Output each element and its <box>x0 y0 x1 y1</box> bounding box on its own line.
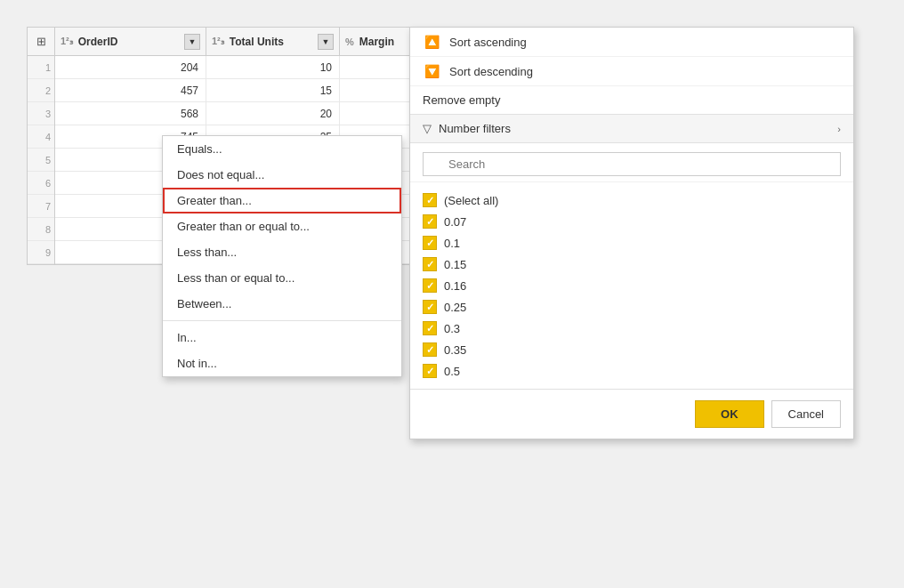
checkbox-01[interactable]: ✓ 0.1 <box>423 232 841 254</box>
col-header-units[interactable]: 1²₃ Total Units ▼ <box>206 28 340 55</box>
row-num-8: 8 <box>28 218 54 241</box>
sort-descending-label: Sort descending <box>449 65 533 78</box>
row-num-1: 1 <box>28 56 54 79</box>
grid-icon: ⊞ <box>28 28 54 56</box>
menu-item-lessequal[interactable]: Less than or equal to... <box>163 265 401 291</box>
sort-ascending-item[interactable]: 🔼 Sort ascending <box>410 28 853 57</box>
orderid-dropdown[interactable]: ▼ <box>184 34 200 50</box>
search-wrap: 🔍 <box>423 152 841 176</box>
cell-units-2: 15 <box>206 79 340 101</box>
checkbox-label-selectall: (Select all) <box>444 194 498 207</box>
filter-panel: 🔼 Sort ascending 🔽 Sort descending Remov… <box>409 27 854 439</box>
search-box-container: 🔍 <box>410 143 853 182</box>
ok-button[interactable]: OK <box>695 400 764 428</box>
menu-separator <box>163 320 401 321</box>
checkbox-035[interactable]: ✓ 0.35 <box>423 339 841 360</box>
checkbox-007[interactable]: ✓ 0.07 <box>423 211 841 232</box>
row-num-5: 5 <box>28 149 54 172</box>
main-container: ⊞ 1 2 3 4 5 6 7 8 9 1²₃ OrderID ▼ <box>0 0 904 588</box>
checkbox-square-03: ✓ <box>423 321 437 335</box>
units-dropdown[interactable]: ▼ <box>318 34 334 50</box>
filter-header: 🔼 Sort ascending 🔽 Sort descending Remov… <box>410 28 853 143</box>
cancel-button[interactable]: Cancel <box>771 400 841 428</box>
checkbox-05[interactable]: ✓ 0.5 <box>423 360 841 382</box>
checkbox-label-015: 0.15 <box>444 258 466 271</box>
chevron-right-icon: › <box>837 124 841 134</box>
checkbox-015[interactable]: ✓ 0.15 <box>423 254 841 275</box>
menu-item-greaterthan[interactable]: Greater than... <box>163 188 401 213</box>
checkbox-016[interactable]: ✓ 0.16 <box>423 275 841 296</box>
checkbox-label-025: 0.25 <box>444 301 466 314</box>
checkbox-square-007: ✓ <box>423 214 437 229</box>
checkbox-label-03: 0.3 <box>444 322 460 335</box>
menu-item-in[interactable]: In... <box>163 325 401 350</box>
checkbox-square-05: ✓ <box>423 364 437 378</box>
cell-units-3: 20 <box>206 102 340 125</box>
checkbox-square-selectall: ✓ <box>423 193 437 207</box>
sort-descending-icon: 🔽 <box>423 64 440 78</box>
cell-units-1: 10 <box>206 56 340 78</box>
cell-orderid-3: 568 <box>55 102 206 125</box>
sort-ascending-icon: 🔼 <box>423 35 440 49</box>
margin-type-icon: % <box>345 36 354 47</box>
menu-item-greaterequal[interactable]: Greater than or equal to... <box>163 213 401 239</box>
checkbox-square-035: ✓ <box>423 342 437 357</box>
context-menu: Equals... Does not equal... Greater than… <box>162 135 402 377</box>
menu-item-lessthan[interactable]: Less than... <box>163 239 401 265</box>
row-num-7: 7 <box>28 195 54 218</box>
checkbox-label-01: 0.1 <box>444 237 460 250</box>
checkbox-label-05: 0.5 <box>444 365 460 378</box>
checkbox-label-035: 0.35 <box>444 343 466 357</box>
checkbox-03[interactable]: ✓ 0.3 <box>423 318 841 339</box>
checkbox-square-025: ✓ <box>423 300 437 314</box>
row-numbers: ⊞ 1 2 3 4 5 6 7 8 9 <box>28 28 55 264</box>
remove-empty-label: Remove empty <box>423 93 500 107</box>
checkbox-label-007: 0.07 <box>444 215 466 229</box>
col-header-orderid[interactable]: 1²₃ OrderID ▼ <box>55 28 206 55</box>
checkbox-list: ✓ (Select all) ✓ 0.07 ✓ 0.1 ✓ 0.15 ✓ 0.1… <box>410 182 853 389</box>
checkbox-025[interactable]: ✓ 0.25 <box>423 296 841 318</box>
units-label: Total Units <box>230 36 284 48</box>
row-num-4: 4 <box>28 125 54 149</box>
orderid-label: OrderID <box>78 36 118 48</box>
search-input[interactable] <box>423 152 841 176</box>
number-filters-item[interactable]: ▽ Number filters › <box>410 115 853 143</box>
sort-descending-item[interactable]: 🔽 Sort descending <box>410 57 853 86</box>
checkbox-square-016: ✓ <box>423 278 437 293</box>
row-num-2: 2 <box>28 79 54 102</box>
menu-item-notin[interactable]: Not in... <box>163 350 401 376</box>
menu-item-between[interactable]: Between... <box>163 291 401 317</box>
menu-item-equals[interactable]: Equals... <box>163 136 401 162</box>
remove-empty-item[interactable]: Remove empty <box>410 86 853 115</box>
cell-orderid-1: 204 <box>55 56 206 78</box>
cell-orderid-2: 457 <box>55 79 206 101</box>
row-num-6: 6 <box>28 172 54 195</box>
row-num-9: 9 <box>28 241 54 264</box>
sort-ascending-label: Sort ascending <box>449 36 527 49</box>
checkbox-square-01: ✓ <box>423 236 437 250</box>
checkbox-square-015: ✓ <box>423 257 437 271</box>
row-num-3: 3 <box>28 102 54 125</box>
menu-item-notequal[interactable]: Does not equal... <box>163 162 401 188</box>
margin-label: Margin <box>359 36 394 48</box>
filter-funnel-icon: ▽ <box>423 122 432 135</box>
checkbox-select-all[interactable]: ✓ (Select all) <box>423 189 841 211</box>
filter-footer: OK Cancel <box>410 389 853 439</box>
orderid-type-icon: 1²₃ <box>61 36 73 47</box>
checkbox-label-016: 0.16 <box>444 279 466 293</box>
number-filters-label: Number filters <box>439 122 830 135</box>
units-type-icon: 1²₃ <box>212 36 224 47</box>
